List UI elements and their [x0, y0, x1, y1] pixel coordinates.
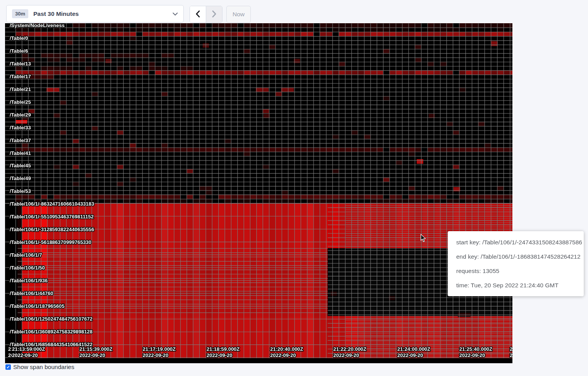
tooltip-start-key: start key: /Table/106/1/-247433150824388…: [456, 235, 575, 249]
time-window-label: Past 30 Minutes: [33, 10, 172, 17]
chevron-left-icon: [196, 10, 200, 19]
now-button[interactable]: Now: [226, 6, 251, 23]
show-span-boundaries-checkbox[interactable]: ✓: [5, 364, 11, 370]
range-tooltip: start key: /Table/106/1/-247433150824388…: [448, 231, 584, 296]
previous-time-button[interactable]: [190, 6, 206, 22]
key-visualizer[interactable]: [5, 23, 512, 363]
tooltip-end-key: end key: /Table/106/1/-18683814745282642…: [456, 249, 575, 264]
next-time-button[interactable]: [206, 6, 222, 22]
time-window-badge: 30m: [12, 9, 28, 18]
span-boundaries-control: ✓ Show span boundaries: [5, 364, 74, 371]
show-span-boundaries-label: Show span boundaries: [13, 364, 74, 371]
key-visualizer-canvas[interactable]: [5, 23, 512, 363]
chevron-down-icon: [172, 10, 178, 17]
time-nav-group: [190, 6, 222, 23]
tooltip-time: time: Tue, 20 Sep 2022 21:24:40 GMT: [456, 278, 575, 292]
tooltip-requests: requests: 13055: [456, 264, 575, 278]
time-window-select[interactable]: 30m Past 30 Minutes: [6, 5, 184, 22]
chevron-right-icon: [212, 10, 216, 19]
